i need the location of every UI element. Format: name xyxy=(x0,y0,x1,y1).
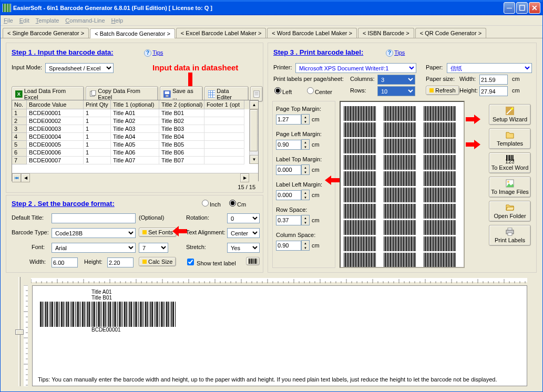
spin-down[interactable]: ▼ xyxy=(302,119,309,124)
scrollbar-horizontal[interactable]: ⏮ ◀ ▶ xyxy=(12,173,258,182)
spin-up[interactable]: ▲ xyxy=(302,215,309,220)
spin-down[interactable]: ▼ xyxy=(302,145,309,149)
preview-label xyxy=(384,122,416,137)
margin-input-page_left[interactable] xyxy=(276,140,301,150)
text-align-select[interactable]: Center xyxy=(227,228,260,238)
spin-up[interactable]: ▲ xyxy=(302,165,309,170)
font-size-select[interactable]: 7 xyxy=(139,243,168,253)
col-header[interactable]: Barcode Value xyxy=(27,100,84,109)
menu-file[interactable]: File xyxy=(4,17,13,24)
show-text-checkbox[interactable] xyxy=(187,259,194,265)
default-title-label: Default Title: xyxy=(12,214,44,221)
open-folder-button[interactable]: Open Folder xyxy=(489,201,531,222)
minimize-button[interactable]: ─ xyxy=(504,2,515,14)
to-excel-word-button[interactable]: 123To Excel Word xyxy=(489,152,531,173)
left-radio[interactable] xyxy=(274,87,281,94)
margin-input-col_space[interactable] xyxy=(276,241,301,251)
rows-select[interactable]: 10 xyxy=(377,86,415,96)
table-row[interactable]: 3BCDE000031Title A03Title B03 xyxy=(12,125,258,133)
scroll-up-button[interactable]: ▲ xyxy=(250,100,258,109)
slider-thumb[interactable] xyxy=(15,329,24,335)
printer-select[interactable]: Microsoft XPS Document Writer#:1 xyxy=(295,63,416,73)
col-header[interactable]: Print Qty xyxy=(84,100,111,109)
paper-height-input[interactable] xyxy=(479,86,508,96)
barcode-preview-button[interactable] xyxy=(246,257,260,265)
datasheet-body[interactable]: 1BCDE000011Title A01Title B012BCDE000021… xyxy=(12,109,258,164)
menu-commandline[interactable]: Command-Line xyxy=(65,17,105,24)
inch-radio[interactable] xyxy=(202,200,209,207)
paper-width-input[interactable] xyxy=(479,75,508,85)
columns-select[interactable]: 3 xyxy=(377,75,415,85)
cm-radio[interactable] xyxy=(229,200,236,207)
preview-label xyxy=(384,171,416,186)
scroll-first-button[interactable]: ⏮ xyxy=(12,173,21,182)
action-buttons: Setup Wizard Templates 123To Excel Word … xyxy=(489,104,531,246)
input-mode-select[interactable]: Spreadsheet / Excel xyxy=(45,63,114,73)
tab-isbn[interactable]: < ISBN Barcode > xyxy=(358,28,414,38)
step2-group: Step 2 . Set the barcode format: Inch Cm… xyxy=(6,195,263,273)
paper-select[interactable]: 信纸 xyxy=(447,63,532,73)
center-radio[interactable] xyxy=(307,87,314,94)
refresh-button[interactable]: Refresh xyxy=(426,86,459,95)
calc-size-button[interactable]: Calc Size xyxy=(139,257,176,266)
col-header[interactable]: Title 1 (optional) xyxy=(111,100,159,109)
close-button[interactable]: ✕ xyxy=(529,2,540,14)
spin-down[interactable]: ▼ xyxy=(302,245,309,250)
datasheet[interactable]: No.Barcode ValuePrint QtyTitle 1 (option… xyxy=(12,100,259,181)
tab-batch[interactable]: < Batch Barcode Generator > xyxy=(90,28,175,38)
step3-tips-link[interactable]: Tips xyxy=(394,49,405,56)
tab-excel[interactable]: < Excel Barcode Label Maker > xyxy=(176,28,266,38)
step1-tips-link[interactable]: Tips xyxy=(152,49,163,56)
tab-qr[interactable]: < QR Code Generator > xyxy=(415,28,486,38)
svg-rect-41 xyxy=(508,228,512,230)
barcode-type-select[interactable]: Code128B xyxy=(52,228,136,238)
scroll-thumb[interactable] xyxy=(250,109,258,151)
scroll-left-button[interactable]: ◀ xyxy=(21,173,30,182)
margin-input-page_top[interactable] xyxy=(276,115,301,125)
default-title-input[interactable] xyxy=(52,213,136,223)
table-row[interactable]: 1BCDE000011Title A01Title B01 xyxy=(12,109,258,117)
menu-help[interactable]: Help xyxy=(111,17,124,24)
stretch-label: Stretch: xyxy=(186,244,206,250)
width-input[interactable] xyxy=(52,257,78,267)
margin-input-label_left[interactable] xyxy=(276,190,301,200)
menu-edit[interactable]: Edit xyxy=(19,17,29,24)
spin-down[interactable]: ▼ xyxy=(302,195,309,200)
menu-template[interactable]: Template xyxy=(36,17,59,24)
margin-input-row_space[interactable] xyxy=(276,215,301,225)
maximize-button[interactable]: ☐ xyxy=(516,2,528,14)
margin-input-label_top[interactable] xyxy=(276,165,301,175)
font-select[interactable]: Arial xyxy=(52,243,136,253)
columns-label: Columns: xyxy=(350,76,374,82)
table-row[interactable]: 7BCDE000071Title A07Title B07 xyxy=(12,157,258,164)
table-row[interactable]: 4BCDE000041Title A04Title B04 xyxy=(12,133,258,141)
scroll-right-button[interactable]: ▶ xyxy=(240,173,249,182)
set-fonts-button[interactable]: Set Fonts xyxy=(139,228,177,237)
scroll-down-button[interactable]: ▼ xyxy=(250,155,258,164)
table-row[interactable]: 5BCDE000051Title A05Title B05 xyxy=(12,141,258,149)
spin-up[interactable]: ▲ xyxy=(302,241,309,245)
setup-wizard-button[interactable]: Setup Wizard xyxy=(489,104,531,125)
table-row[interactable]: 2BCDE000021Title A02Title B02 xyxy=(12,117,258,125)
tab-word[interactable]: < Word Barcode Label Maker > xyxy=(267,28,357,38)
stretch-select[interactable]: Yes xyxy=(227,243,260,253)
spin-up[interactable]: ▲ xyxy=(302,140,309,145)
col-header[interactable]: No. xyxy=(12,100,27,109)
tab-single[interactable]: < Single Barcode Generator > xyxy=(3,28,89,38)
col-header[interactable]: Title 2 (optional) xyxy=(159,100,204,109)
table-row[interactable]: 6BCDE000061Title A06Title B06 xyxy=(12,149,258,157)
rotation-select[interactable]: 0 xyxy=(227,213,260,223)
spin-up[interactable]: ▲ xyxy=(302,115,309,119)
height-input[interactable] xyxy=(107,257,134,267)
spin-up[interactable]: ▲ xyxy=(302,190,309,195)
step1-title[interactable]: Step 1 . Input the barcode data: xyxy=(12,48,114,56)
templates-button[interactable]: Templates xyxy=(489,128,531,149)
col-header[interactable]: Footer 1 (opt xyxy=(204,100,244,109)
print-labels-button[interactable]: Print Labels xyxy=(489,225,531,246)
step2-title[interactable]: Step 2 . Set the barcode format: xyxy=(12,200,115,208)
spin-down[interactable]: ▼ xyxy=(302,220,309,225)
scrollbar-vertical[interactable]: ▲ ▼ xyxy=(249,100,258,164)
spin-down[interactable]: ▼ xyxy=(302,170,309,174)
to-image-files-button[interactable]: To Image Files xyxy=(489,177,531,198)
step3-title[interactable]: Step 3 . Print barcode label: xyxy=(273,48,363,56)
